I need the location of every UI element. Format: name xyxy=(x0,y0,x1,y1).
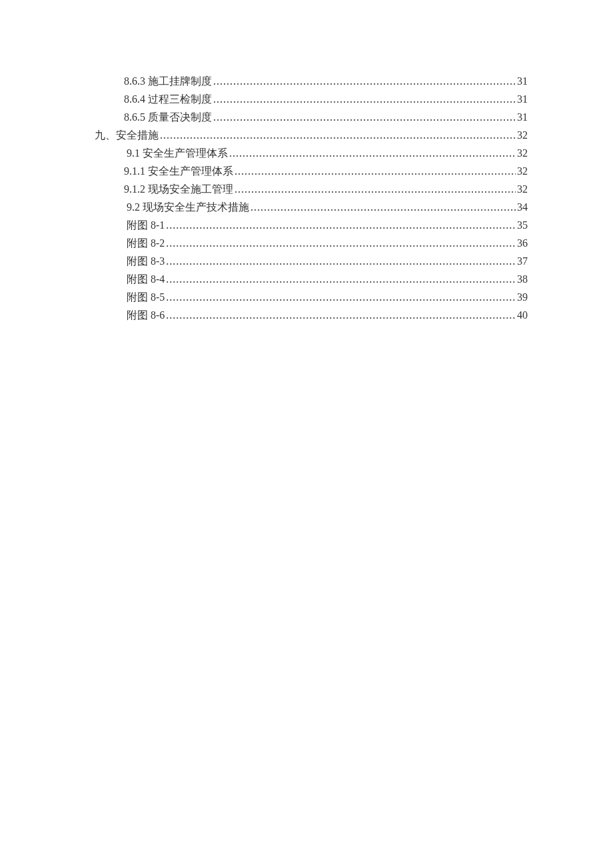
toc-dots xyxy=(251,198,516,216)
toc-page: 40 xyxy=(517,306,528,324)
toc-page: 31 xyxy=(517,108,528,126)
toc-label: 9.1.1 安全生产管理体系 xyxy=(124,162,233,180)
toc-dots xyxy=(166,306,516,324)
toc-container: 8.6.3 施工挂牌制度318.6.4 过程三检制度318.6.5 质量否决制度… xyxy=(95,72,528,324)
toc-page: 37 xyxy=(517,252,528,270)
toc-entry: 附图 8-135 xyxy=(127,216,528,234)
toc-dots xyxy=(166,234,516,252)
toc-dots xyxy=(160,126,516,144)
toc-page: 32 xyxy=(517,180,528,198)
toc-dots xyxy=(166,252,516,270)
toc-entry: 9.1.1 安全生产管理体系32 xyxy=(124,162,528,180)
toc-dots xyxy=(166,216,516,234)
toc-entry: 九、安全措施32 xyxy=(95,126,528,144)
toc-dots xyxy=(166,288,516,306)
toc-dots xyxy=(213,90,516,108)
toc-dots xyxy=(166,270,516,288)
toc-page: 39 xyxy=(517,288,528,306)
toc-label: 附图 8-4 xyxy=(127,270,165,288)
toc-entry: 9.1 安全生产管理体系32 xyxy=(127,144,528,162)
toc-entry: 8.6.3 施工挂牌制度31 xyxy=(124,72,528,90)
toc-dots xyxy=(229,144,516,162)
toc-page: 35 xyxy=(517,216,528,234)
toc-label: 8.6.5 质量否决制度 xyxy=(124,108,212,126)
toc-entry: 9.2 现场安全生产技术措施34 xyxy=(127,198,528,216)
toc-label: 附图 8-1 xyxy=(127,216,165,234)
toc-entry: 附图 8-438 xyxy=(127,270,528,288)
toc-entry: 附图 8-236 xyxy=(127,234,528,252)
toc-label: 8.6.3 施工挂牌制度 xyxy=(124,72,212,90)
toc-entry: 8.6.5 质量否决制度31 xyxy=(124,108,528,126)
toc-page: 38 xyxy=(517,270,528,288)
toc-page: 31 xyxy=(517,72,528,90)
toc-label: 附图 8-2 xyxy=(127,234,165,252)
toc-entry: 附图 8-539 xyxy=(127,288,528,306)
toc-label: 9.1 安全生产管理体系 xyxy=(127,144,228,162)
toc-dots xyxy=(213,108,516,126)
toc-entry: 9.1.2 现场安全施工管理32 xyxy=(124,180,528,198)
toc-dots xyxy=(213,72,516,90)
toc-page: 31 xyxy=(517,90,528,108)
toc-dots xyxy=(235,162,516,180)
toc-label: 九、安全措施 xyxy=(95,126,159,144)
toc-entry: 附图 8-640 xyxy=(127,306,528,324)
toc-entry: 附图 8-337 xyxy=(127,252,528,270)
toc-page: 36 xyxy=(517,234,528,252)
toc-dots xyxy=(235,180,516,198)
toc-entry: 8.6.4 过程三检制度31 xyxy=(124,90,528,108)
toc-page: 34 xyxy=(517,198,528,216)
toc-label: 附图 8-5 xyxy=(127,288,165,306)
toc-label: 9.2 现场安全生产技术措施 xyxy=(127,198,249,216)
toc-page: 32 xyxy=(517,162,528,180)
toc-label: 附图 8-3 xyxy=(127,252,165,270)
toc-page: 32 xyxy=(517,126,528,144)
toc-page: 32 xyxy=(517,144,528,162)
toc-label: 8.6.4 过程三检制度 xyxy=(124,90,212,108)
toc-label: 附图 8-6 xyxy=(127,306,165,324)
toc-label: 9.1.2 现场安全施工管理 xyxy=(124,180,233,198)
